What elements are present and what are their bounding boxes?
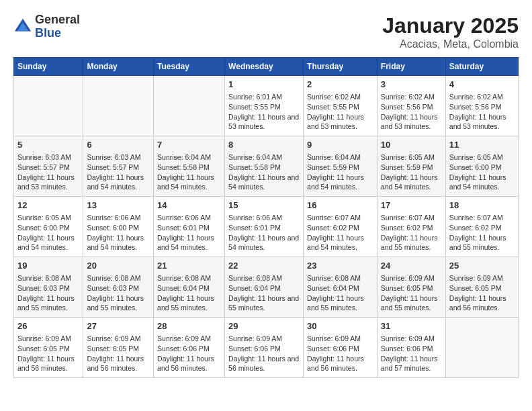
day-info: Sunset: 5:58 PM	[157, 163, 221, 173]
day-info: Sunrise: 6:02 AM	[381, 92, 442, 102]
calendar-cell: 8Sunrise: 6:04 AMSunset: 5:58 PMDaylight…	[225, 136, 304, 197]
calendar-cell: 15Sunrise: 6:06 AMSunset: 6:01 PMDayligh…	[225, 197, 304, 257]
day-info: Sunrise: 6:05 AM	[17, 213, 79, 223]
day-info: Daylight: 11 hours and 53 minutes.	[228, 112, 300, 132]
day-number: 20	[87, 260, 150, 272]
logo: General Blue	[13, 13, 80, 40]
calendar-cell: 1Sunrise: 6:01 AMSunset: 5:55 PMDaylight…	[225, 76, 304, 136]
calendar-cell	[154, 76, 225, 136]
calendar-cell: 31Sunrise: 6:09 AMSunset: 6:06 PMDayligh…	[377, 318, 445, 378]
calendar-week-2: 5Sunrise: 6:03 AMSunset: 5:57 PMDaylight…	[14, 136, 519, 197]
calendar-week-3: 12Sunrise: 6:05 AMSunset: 6:00 PMDayligh…	[14, 197, 519, 257]
day-info: Sunrise: 6:07 AM	[307, 213, 373, 223]
day-info: Daylight: 11 hours and 53 minutes.	[381, 112, 442, 132]
day-number: 7	[157, 139, 221, 151]
day-info: Sunrise: 6:09 AM	[307, 334, 373, 344]
day-info: Sunset: 6:02 PM	[381, 223, 442, 233]
day-info: Sunset: 5:58 PM	[228, 163, 300, 173]
calendar-cell: 26Sunrise: 6:09 AMSunset: 6:05 PMDayligh…	[14, 318, 83, 378]
day-info: Daylight: 11 hours and 53 minutes.	[307, 112, 373, 132]
day-info: Daylight: 11 hours and 54 minutes.	[307, 233, 373, 253]
calendar-cell: 13Sunrise: 6:06 AMSunset: 6:00 PMDayligh…	[83, 197, 154, 257]
day-number: 30	[307, 320, 373, 332]
calendar-cell: 19Sunrise: 6:08 AMSunset: 6:03 PMDayligh…	[14, 257, 83, 318]
day-number: 31	[381, 320, 442, 332]
day-number: 25	[449, 260, 515, 272]
calendar-cell: 10Sunrise: 6:05 AMSunset: 5:59 PMDayligh…	[377, 136, 445, 197]
day-info: Daylight: 11 hours and 54 minutes.	[157, 233, 221, 253]
calendar-table: SundayMondayTuesdayWednesdayThursdayFrid…	[13, 57, 519, 378]
day-info: Sunrise: 6:09 AM	[381, 273, 442, 283]
day-info: Sunset: 6:04 PM	[157, 283, 221, 293]
day-info: Daylight: 11 hours and 56 minutes.	[449, 293, 515, 313]
day-number: 26	[17, 320, 79, 332]
page-subtitle: Acacias, Meta, Colombia	[382, 38, 519, 50]
day-info: Sunset: 6:04 PM	[307, 283, 373, 293]
day-info: Daylight: 11 hours and 56 minutes.	[87, 354, 150, 373]
calendar-cell: 18Sunrise: 6:07 AMSunset: 6:02 PMDayligh…	[445, 197, 518, 257]
calendar-cell: 12Sunrise: 6:05 AMSunset: 6:00 PMDayligh…	[14, 197, 83, 257]
day-info: Sunrise: 6:09 AM	[228, 334, 300, 344]
page-header: General Blue January 2025 Acacias, Meta,…	[13, 13, 519, 50]
day-info: Sunset: 5:56 PM	[381, 102, 442, 112]
day-info: Sunrise: 6:03 AM	[87, 152, 150, 163]
day-number: 11	[449, 139, 515, 151]
day-number: 24	[381, 260, 442, 272]
day-info: Sunrise: 6:09 AM	[157, 334, 221, 344]
day-info: Sunrise: 6:08 AM	[307, 273, 373, 283]
day-info: Daylight: 11 hours and 53 minutes.	[449, 112, 515, 132]
day-info: Sunset: 5:56 PM	[449, 102, 515, 112]
day-number: 1	[228, 79, 300, 91]
day-info: Sunset: 6:06 PM	[228, 344, 300, 354]
day-info: Sunset: 5:59 PM	[307, 163, 373, 173]
day-info: Sunrise: 6:06 AM	[87, 213, 150, 223]
day-info: Sunset: 5:57 PM	[17, 163, 79, 173]
day-info: Daylight: 11 hours and 55 minutes.	[17, 293, 79, 313]
day-info: Sunrise: 6:09 AM	[381, 334, 442, 344]
day-info: Sunrise: 6:08 AM	[17, 273, 79, 283]
day-info: Sunrise: 6:04 AM	[157, 152, 221, 163]
header-wednesday: Wednesday	[225, 58, 304, 76]
calendar-cell: 9Sunrise: 6:04 AMSunset: 5:59 PMDaylight…	[304, 136, 378, 197]
day-info: Sunset: 6:06 PM	[307, 344, 373, 354]
day-number: 9	[307, 139, 373, 151]
calendar-cell: 22Sunrise: 6:08 AMSunset: 6:04 PMDayligh…	[225, 257, 304, 318]
day-number: 2	[307, 79, 373, 91]
calendar-cell: 27Sunrise: 6:09 AMSunset: 6:05 PMDayligh…	[83, 318, 154, 378]
day-number: 13	[87, 199, 150, 212]
calendar-cell: 11Sunrise: 6:05 AMSunset: 6:00 PMDayligh…	[445, 136, 518, 197]
day-info: Sunrise: 6:06 AM	[228, 213, 300, 223]
day-number: 28	[157, 320, 221, 332]
day-info: Sunset: 6:01 PM	[228, 223, 300, 233]
day-info: Sunset: 6:00 PM	[449, 163, 515, 173]
calendar-cell	[83, 76, 154, 136]
title-block: January 2025 Acacias, Meta, Colombia	[382, 13, 519, 50]
day-info: Daylight: 11 hours and 56 minutes.	[17, 354, 79, 373]
header-tuesday: Tuesday	[154, 58, 225, 76]
header-sunday: Sunday	[14, 58, 83, 76]
calendar-week-5: 26Sunrise: 6:09 AMSunset: 6:05 PMDayligh…	[14, 318, 519, 378]
day-info: Sunset: 6:05 PM	[381, 283, 442, 293]
day-info: Sunset: 5:55 PM	[307, 102, 373, 112]
day-info: Sunset: 6:04 PM	[228, 283, 300, 293]
calendar-cell: 28Sunrise: 6:09 AMSunset: 6:06 PMDayligh…	[154, 318, 225, 378]
day-info: Sunrise: 6:05 AM	[449, 152, 515, 163]
day-info: Sunrise: 6:09 AM	[449, 273, 515, 283]
day-info: Sunset: 6:03 PM	[17, 283, 79, 293]
day-info: Sunrise: 6:04 AM	[228, 152, 300, 163]
day-info: Daylight: 11 hours and 57 minutes.	[381, 354, 442, 373]
day-info: Daylight: 11 hours and 54 minutes.	[228, 233, 300, 253]
calendar-week-4: 19Sunrise: 6:08 AMSunset: 6:03 PMDayligh…	[14, 257, 519, 318]
day-info: Sunrise: 6:07 AM	[449, 213, 515, 223]
day-info: Sunrise: 6:09 AM	[87, 334, 150, 344]
calendar-cell: 29Sunrise: 6:09 AMSunset: 6:06 PMDayligh…	[225, 318, 304, 378]
calendar-cell: 2Sunrise: 6:02 AMSunset: 5:55 PMDaylight…	[304, 76, 378, 136]
day-number: 8	[228, 139, 300, 151]
day-info: Sunrise: 6:06 AM	[157, 213, 221, 223]
day-info: Daylight: 11 hours and 54 minutes.	[157, 173, 221, 192]
header-monday: Monday	[83, 58, 154, 76]
day-number: 18	[449, 199, 515, 212]
day-info: Daylight: 11 hours and 54 minutes.	[307, 173, 373, 192]
day-info: Daylight: 11 hours and 55 minutes.	[381, 233, 442, 253]
logo-blue-text: Blue	[35, 26, 61, 40]
